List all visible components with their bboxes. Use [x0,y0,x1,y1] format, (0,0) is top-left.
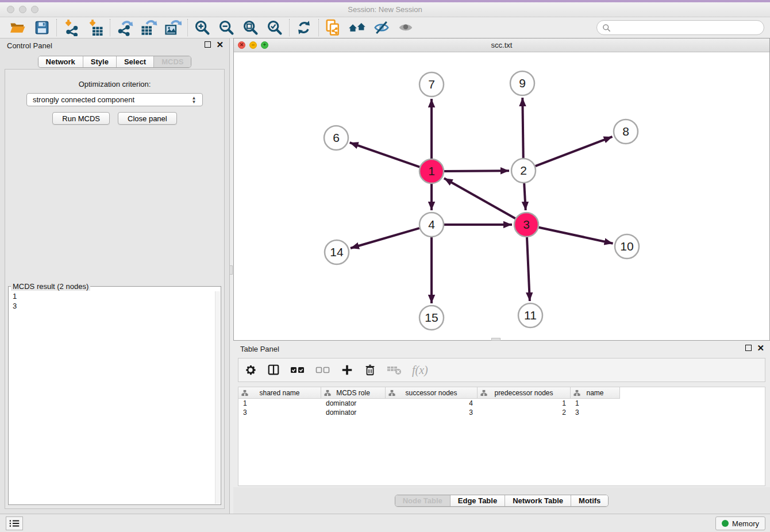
gear-icon [244,364,257,376]
graph-edge-3-1[interactable] [444,178,515,218]
network-title: scc.txt [234,41,769,49]
mcds-panel: Optimization criterion: strongly connect… [5,69,225,509]
column-header-successor-nodes[interactable]: successor nodes [386,387,478,399]
network-window-titlebar[interactable]: ✕ − + scc.txt [234,38,769,52]
graph-edge-2-3[interactable] [524,183,526,210]
graph-edge-1-6[interactable] [350,142,420,167]
graph-edge-2-8[interactable] [536,137,613,166]
graph-edge-4-14[interactable] [351,228,419,248]
zoom-fit-button[interactable] [238,18,263,37]
import-network-button[interactable] [59,18,83,37]
tab-style[interactable]: Style [83,56,116,67]
graph-node-label-8: 8 [622,125,629,138]
refresh-icon [296,20,312,36]
main-toolbar [0,17,770,38]
table-cell: 3 [571,408,620,417]
table-cell: 4 [386,399,478,408]
table-settings-button[interactable] [244,363,257,377]
zoom-selected-icon [267,20,283,36]
vertical-splitter-grip[interactable] [229,265,233,275]
duplicate-network-icon [325,19,342,36]
apply-layout-button[interactable] [292,18,316,37]
save-button[interactable] [30,18,54,37]
column-header-label: predecessor nodes [494,389,553,397]
houses-icon [348,19,367,36]
add-column-button[interactable] [341,363,353,377]
column-grip-icon [388,390,395,396]
close-panel-button[interactable]: Close panel [118,112,177,125]
table-tabbar: Node TableEdge TableNetwork TableMotifs [395,495,609,507]
network-canvas[interactable]: 1234678910111415 [234,52,769,340]
table-cell: 1 [571,399,620,408]
run-mcds-button[interactable]: Run MCDS [52,112,110,125]
tab-edge-table[interactable]: Edge Table [450,495,505,506]
task-history-button[interactable] [6,516,23,530]
table-cell: 1 [238,399,321,408]
duplicate-network-button[interactable] [321,18,345,37]
tab-select[interactable]: Select [116,56,153,67]
table-row[interactable]: 1dominator411 [238,399,765,408]
network-view-window: ✕ − + scc.txt 1234678910111415 [233,38,770,341]
function-builder-button[interactable]: f(x) [412,363,428,377]
table-row[interactable]: 3dominator323 [238,408,765,417]
tab-network-table[interactable]: Network Table [505,495,571,506]
criterion-dropdown[interactable]: strongly connected component ▲▼ [26,93,203,106]
search-box[interactable] [596,20,764,35]
control-panel-title: Control Panel [7,41,52,50]
select-all-button[interactable] [290,363,305,377]
zoom-in-button[interactable] [190,18,214,37]
column-grip-icon [480,390,487,396]
graph-node-label-6: 6 [333,131,340,144]
toolbar-separator [289,19,290,36]
export-image-button[interactable] [161,18,185,37]
save-icon [34,20,50,36]
graph-node-label-7: 7 [428,78,435,91]
trash-icon [364,364,376,376]
plus-icon [341,364,353,376]
zoom-selected-button[interactable] [263,18,287,37]
tab-mcds[interactable]: MCDS [153,56,191,67]
delete-column-button[interactable] [364,363,376,377]
import-table-button[interactable] [83,18,107,37]
close-panel-icon[interactable]: ✕ [216,41,224,48]
column-header-shared-name[interactable]: shared name [238,387,321,399]
horizontal-splitter-grip[interactable] [491,338,500,341]
column-header-name[interactable]: name [571,387,620,399]
column-header-MCDS-role[interactable]: MCDS role [321,387,386,399]
tab-network[interactable]: Network [38,56,83,67]
float-table-panel-icon[interactable] [745,345,752,351]
dropdown-stepper-icon: ▲▼ [190,95,198,105]
search-input[interactable] [614,24,759,32]
graph-node-label-3: 3 [523,218,530,231]
memory-button[interactable]: Memory [715,516,765,530]
optimization-criterion-label: Optimization criterion: [5,80,224,88]
graph-edge-2-9[interactable] [522,98,523,158]
control-panel-tabbar: NetworkStyleSelectMCDS [38,56,192,68]
export-network-button[interactable] [113,18,137,37]
graph-edge-3-10[interactable] [539,228,613,244]
column-header-predecessor-nodes[interactable]: predecessor nodes [478,387,571,399]
tab-node-table[interactable]: Node Table [395,495,450,506]
show-panels-button[interactable] [394,18,418,37]
table-panel-title: Table Panel [240,345,279,353]
result-scrollbar[interactable] [215,291,220,504]
delete-table-button[interactable] [387,363,402,377]
column-header-label: shared name [259,389,299,397]
criterion-value: strongly connected component [33,95,134,104]
graph-edge-1-2[interactable] [444,171,509,171]
zoom-out-button[interactable] [214,18,238,37]
export-table-button[interactable] [137,18,161,37]
deselect-all-button[interactable] [315,363,330,377]
close-table-panel-icon[interactable]: ✕ [757,345,764,351]
open-button[interactable] [6,18,30,37]
graph-edge-3-11[interactable] [527,237,530,301]
export-network-icon [116,19,133,36]
table-cell: 1 [478,399,571,408]
tab-motifs[interactable]: Motifs [571,495,608,506]
delete-table-icon [387,364,402,376]
table-cell: 3 [238,408,321,417]
show-graphics-details-button[interactable] [345,18,369,37]
hide-panels-button[interactable] [369,18,394,37]
float-panel-icon[interactable] [205,41,211,48]
split-panel-button[interactable] [267,363,280,377]
